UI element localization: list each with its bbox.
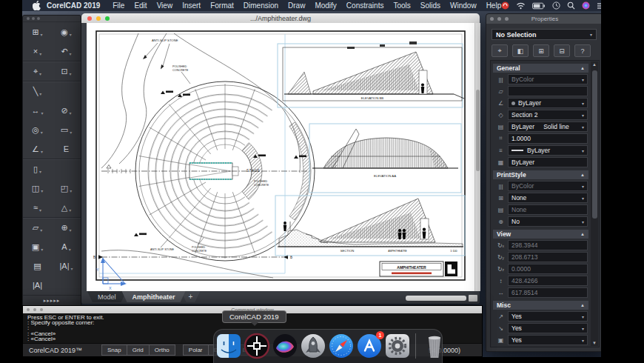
tool-undo-button[interactable]: ↶▾: [52, 41, 81, 61]
flyout-arrow-icon[interactable]: ▾: [70, 227, 72, 233]
window-resize-corner[interactable]: [469, 295, 477, 302]
prop-center-z-field[interactable]: 0.0000: [508, 264, 588, 274]
tool-column-button[interactable]: ▯▾: [23, 159, 52, 179]
tool-new-drawing-button[interactable]: ⊞▾: [23, 22, 52, 41]
properties-scrollbar[interactable]: ▲ ▼: [591, 61, 598, 346]
prop-center-y-field[interactable]: 208.6713: [508, 252, 588, 262]
menu-format[interactable]: Format: [210, 1, 234, 10]
apple-menu[interactable]: [33, 1, 41, 10]
scroll-down-icon[interactable]: ▼: [591, 341, 598, 345]
dropdown-arrow-icon[interactable]: ▾: [580, 219, 584, 224]
prop-width-field[interactable]: 617.8514: [508, 287, 588, 298]
menu-edit[interactable]: Edit: [134, 1, 147, 10]
menu-dimension[interactable]: Dimension: [244, 1, 278, 10]
section-general[interactable]: General▲: [493, 64, 588, 73]
siri-icon[interactable]: [582, 1, 590, 10]
flyout-arrow-icon[interactable]: ▾: [70, 110, 72, 116]
help-button[interactable]: ?: [574, 44, 591, 57]
tool-move-button[interactable]: ⌖▾: [23, 61, 52, 81]
collapse-icon[interactable]: ▲: [580, 66, 585, 70]
document-titlebar[interactable]: .../Amphitheater.dwg: [81, 13, 480, 23]
menu-window[interactable]: Window: [450, 1, 477, 10]
menu-tools[interactable]: Tools: [393, 1, 410, 10]
tool-line-button[interactable]: ╲▾: [23, 81, 52, 101]
dropdown-arrow-icon[interactable]: ▾: [580, 196, 584, 201]
flyout-arrow-icon[interactable]: ▾: [70, 130, 72, 135]
spotlight-icon[interactable]: [567, 1, 575, 10]
prop-line-weight-dropdown[interactable]: ByLayer▾: [508, 145, 588, 156]
prop-print-area-dropdown[interactable]: No▾: [508, 216, 588, 227]
menu-view[interactable]: View: [157, 1, 173, 10]
dock-siri-icon[interactable]: [272, 333, 298, 359]
dropdown-arrow-icon[interactable]: ▾: [580, 148, 584, 153]
tool-angle-button[interactable]: ∠▾: [23, 139, 52, 159]
prop-ucs-follow-dropdown[interactable]: Yes▾: [508, 311, 588, 322]
flyout-arrow-icon[interactable]: ▾: [69, 207, 71, 213]
dropdown-arrow-icon[interactable]: ▾: [580, 124, 584, 130]
status-snap-button[interactable]: Snap: [102, 345, 127, 355]
status-grid-button[interactable]: Grid: [127, 345, 150, 355]
tool-extrude-button[interactable]: ◰▾: [52, 179, 81, 198]
status-ortho-button[interactable]: Ortho: [150, 345, 175, 355]
menu-help[interactable]: Help: [486, 1, 502, 10]
dock-app-store-icon[interactable]: 1: [356, 333, 383, 359]
dock-system-preferences-icon[interactable]: [384, 333, 411, 359]
drawing-canvas[interactable]: B B ANTI-SLIP STONE POLISHED CONCRETE ST…: [87, 23, 474, 291]
annotation-options-button[interactable]: ⊟: [554, 44, 570, 57]
prop-line-scale-field[interactable]: 1.0000: [508, 133, 588, 144]
dropdown-arrow-icon[interactable]: ▾: [580, 326, 584, 331]
tool-rectangle-button[interactable]: ▭▾: [52, 120, 81, 139]
dock-launchpad-icon[interactable]: [300, 333, 326, 359]
canvas-vertical-scrollbar[interactable]: [474, 23, 480, 291]
battery-icon[interactable]: [532, 2, 546, 10]
menu-file[interactable]: File: [113, 1, 124, 10]
flyout-arrow-icon[interactable]: ▾: [70, 188, 72, 193]
prop-print-style-table-dropdown[interactable]: None▾: [508, 193, 588, 203]
prop-layer-dropdown[interactable]: Section 2▾: [508, 110, 588, 120]
tool-trim-button[interactable]: ×▾: [23, 41, 52, 61]
prop-hyperlink-field[interactable]: ByLayer: [508, 157, 588, 167]
tool-export-button[interactable]: E: [52, 139, 81, 159]
dropdown-arrow-icon[interactable]: ▾: [580, 101, 584, 106]
tool-box-button[interactable]: ◫▾: [23, 179, 52, 198]
corel-tray-icon[interactable]: [501, 1, 509, 10]
menu-solids[interactable]: Solids: [420, 1, 440, 10]
tool-sheet-button[interactable]: ▣▾: [23, 237, 52, 256]
tool-find-replace-button[interactable]: ⊡▾: [52, 61, 81, 81]
wifi-icon[interactable]: [516, 1, 526, 10]
tool-erase-button[interactable]: ▱▾: [23, 218, 52, 237]
tool-note-button[interactable]: |A|: [23, 276, 52, 295]
flyout-arrow-icon[interactable]: ▾: [41, 32, 43, 37]
tool-smart-dimension-button[interactable]: ↔▾: [23, 101, 52, 120]
prop-line-style-dropdown[interactable]: ByLayerSolid line▾: [508, 121, 588, 132]
tool-circle-button[interactable]: ◎▾: [23, 120, 52, 139]
flyout-arrow-icon[interactable]: ▾: [41, 130, 43, 135]
prop-transparency-field[interactable]: [508, 86, 588, 96]
flyout-arrow-icon[interactable]: ▾: [39, 91, 41, 96]
menu-constraints[interactable]: Constraints: [346, 1, 384, 10]
section-view[interactable]: View▲: [493, 230, 588, 239]
tool-split-button[interactable]: ⊘▾: [52, 101, 81, 120]
flyout-arrow-icon[interactable]: ▾: [41, 149, 43, 154]
dropdown-arrow-icon[interactable]: ▾: [580, 338, 584, 343]
dropdown-arrow-icon[interactable]: ▾: [580, 314, 584, 319]
flyout-arrow-icon[interactable]: ▾: [41, 188, 43, 193]
flyout-arrow-icon[interactable]: ▾: [71, 266, 73, 271]
dock-safari-icon[interactable]: [328, 333, 355, 359]
dock-finder-icon[interactable]: [215, 333, 242, 359]
menu-insert[interactable]: Insert: [182, 1, 201, 10]
tab-model[interactable]: Model: [87, 291, 127, 302]
dock-corelcad-icon[interactable]: [244, 333, 270, 359]
flyout-arrow-icon[interactable]: ▾: [39, 207, 41, 213]
prop-ucs-origin-dropdown[interactable]: Yes▾: [508, 323, 588, 333]
paint-properties-button[interactable]: ◧: [512, 44, 529, 57]
dock-trash-icon[interactable]: [421, 333, 448, 359]
collapse-icon[interactable]: ▲: [580, 303, 585, 307]
flyout-arrow-icon[interactable]: ▾: [70, 71, 72, 76]
prop-height-field[interactable]: 428.4266: [508, 276, 588, 286]
tool-image-button[interactable]: ▤: [23, 256, 52, 276]
tool-spell-check-button[interactable]: A▾: [52, 237, 81, 256]
prop-line-color-dropdown[interactable]: ByColor▾: [508, 74, 588, 84]
flyout-arrow-icon[interactable]: ▾: [41, 247, 43, 252]
match-properties-button[interactable]: ⌖: [492, 44, 508, 57]
